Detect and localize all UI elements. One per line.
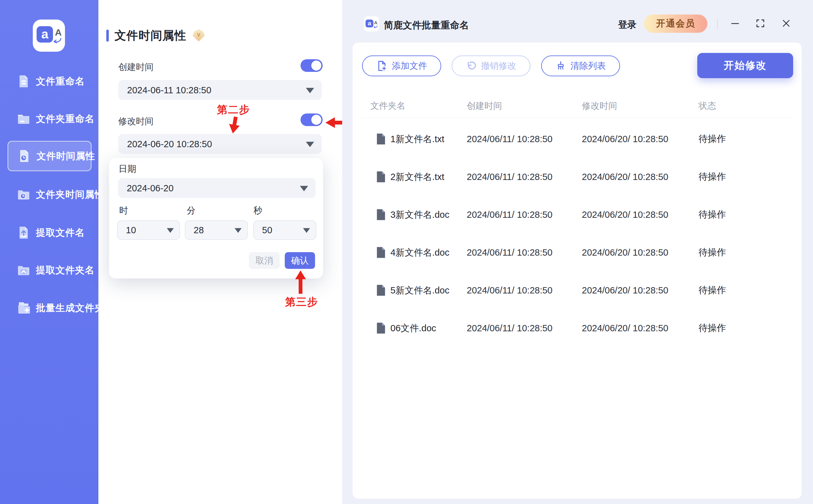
table-row[interactable]: 3新文件名.doc 2024/06/11/ 10:28:50 2024/06/2…	[352, 196, 802, 234]
modified-time: 2024/06/20/ 10:28:50	[582, 323, 668, 333]
second-value: 50	[262, 225, 272, 235]
logo-A-letter: A	[55, 27, 62, 38]
file-list-card: 添加文件 撤销修改 清除列表 开始修改 文件夹名 创建时间 修改时间 状态 1新…	[352, 43, 802, 499]
modified-time-dropdown[interactable]: 2024-06-20 10:28:50	[118, 134, 322, 154]
app-logo: a A	[33, 20, 65, 52]
undo-changes-button[interactable]: 撤销修改	[452, 55, 531, 76]
minute-select[interactable]: 28	[185, 220, 248, 240]
sidebar-item-label: 提取文件名	[36, 226, 85, 239]
sidebar: a A 文件重命名 文件夹重命名 文件时间属性 文件夹时间属性 提取文件名 提取…	[0, 0, 98, 504]
add-files-label: 添加文件	[392, 60, 427, 72]
status-badge: 待操作	[699, 284, 726, 297]
modified-time-value: 2024-06-20 10:28:50	[127, 139, 212, 149]
folder-rename-icon	[16, 112, 31, 126]
sidebar-item-folder-time[interactable]: 文件夹时间属性	[8, 179, 91, 210]
table-row[interactable]: 5新文件名.doc 2024/06/11/ 10:28:50 2024/06/2…	[352, 271, 802, 309]
date-dropdown[interactable]: 2024-06-20	[118, 178, 316, 198]
close-button[interactable]	[781, 18, 792, 29]
main-panel: a A 简鹿文件批量重命名 登录 开通会员 添加文件 撤销修改	[342, 0, 813, 504]
sidebar-item-label: 文件重命名	[36, 75, 85, 88]
logo-swoosh-icon	[373, 25, 378, 29]
add-files-button[interactable]: 添加文件	[362, 55, 441, 76]
minute-value: 28	[194, 225, 204, 235]
svg-text:V: V	[197, 32, 200, 38]
minute-label: 分	[187, 205, 195, 217]
toggle-knob	[311, 61, 321, 71]
created-time: 2024/06/11/ 10:28:50	[467, 247, 553, 258]
minimize-button[interactable]	[729, 18, 741, 29]
date-label: 日期	[119, 163, 136, 175]
sidebar-item-extract-filename[interactable]: 提取文件名	[8, 217, 91, 248]
chevron-down-icon	[167, 228, 174, 233]
file-name: 2新文件名.txt	[390, 171, 450, 182]
modified-time: 2024/06/20/ 10:28:50	[582, 247, 668, 258]
clear-list-button[interactable]: 清除列表	[541, 55, 620, 76]
second-select[interactable]: 50	[253, 220, 316, 240]
start-modify-button[interactable]: 开始修改	[697, 53, 793, 78]
file-name: 3新文件名.doc	[390, 209, 450, 220]
cancel-button[interactable]: 取消	[249, 252, 280, 269]
clear-list-label: 清除列表	[571, 60, 606, 72]
sidebar-item-label: 文件夹重命名	[36, 113, 95, 125]
column-header-name: 文件夹名	[370, 100, 405, 112]
panel-title: 文件时间属性	[114, 28, 186, 43]
vip-badge-icon: V	[192, 29, 205, 42]
modified-time: 2024/06/20/ 10:28:50	[582, 172, 668, 182]
sidebar-item-label: 文件夹时间属性	[36, 188, 104, 201]
app-window: a A 文件重命名 文件夹重命名 文件时间属性 文件夹时间属性 提取文件名 提取…	[0, 0, 813, 504]
toggle-knob	[311, 115, 321, 125]
created-time-toggle[interactable]	[300, 59, 322, 72]
undo-icon	[466, 61, 477, 71]
sidebar-item-file-rename[interactable]: 文件重命名	[8, 66, 91, 96]
file-icon	[376, 285, 385, 296]
created-time: 2024/06/11/ 10:28:50	[467, 210, 553, 220]
header-app-logo: a A	[364, 16, 379, 32]
modified-time-toggle[interactable]	[300, 113, 322, 126]
table-row[interactable]: 06文件.doc 2024/06/11/ 10:28:50 2024/06/20…	[352, 309, 802, 347]
created-time-dropdown[interactable]: 2024-06-11 10:28:50	[118, 80, 322, 100]
datetime-picker-popup: 日期 2024-06-20 时 分 秒 10 28 50 取消 确认	[109, 158, 323, 279]
hour-value: 10	[126, 225, 136, 235]
table-row[interactable]: 4新文件名.doc 2024/06/11/ 10:28:50 2024/06/2…	[352, 234, 802, 271]
created-time-value: 2024-06-11 10:28:50	[127, 85, 211, 95]
logo-swoosh-icon	[52, 38, 62, 44]
file-icon	[376, 323, 385, 334]
maximize-icon	[756, 19, 765, 28]
open-vip-button[interactable]: 开通会员	[644, 14, 707, 33]
status-badge: 待操作	[699, 322, 726, 334]
column-header-modified: 修改时间	[582, 100, 617, 112]
file-rename-icon	[16, 74, 31, 89]
close-icon	[782, 19, 791, 28]
header-divider	[717, 19, 718, 29]
file-icon	[376, 134, 385, 145]
sidebar-item-batch-create-folders[interactable]: 批量生成文件夹	[8, 293, 91, 323]
created-time: 2024/06/11/ 10:28:50	[467, 134, 553, 144]
hour-select[interactable]: 10	[117, 220, 180, 240]
chevron-down-icon	[303, 228, 310, 233]
sidebar-item-folder-rename[interactable]: 文件夹重命名	[8, 104, 91, 134]
table-row[interactable]: 1新文件名.txt 2024/06/11/ 10:28:50 2024/06/2…	[352, 120, 802, 158]
sidebar-item-label: 批量生成文件夹	[36, 302, 104, 315]
login-button[interactable]: 登录	[618, 19, 636, 31]
modified-time: 2024/06/20/ 10:28:50	[582, 285, 668, 296]
file-icon	[376, 247, 385, 258]
sidebar-item-file-time[interactable]: 文件时间属性	[8, 141, 91, 171]
sidebar-item-extract-foldername[interactable]: 提取文件夹名	[8, 255, 91, 285]
file-name: 5新文件名.doc	[390, 285, 450, 296]
status-badge: 待操作	[699, 208, 726, 221]
chevron-down-icon	[306, 142, 314, 147]
created-time: 2024/06/11/ 10:28:50	[467, 285, 553, 296]
logo-a-box: a	[37, 26, 53, 43]
chevron-down-icon	[235, 228, 241, 233]
modified-time: 2024/06/20/ 10:28:50	[582, 210, 668, 220]
chevron-down-icon	[306, 88, 314, 93]
status-badge: 待操作	[699, 133, 726, 145]
status-badge: 待操作	[699, 171, 726, 183]
table-row[interactable]: 2新文件名.txt 2024/06/11/ 10:28:50 2024/06/2…	[352, 158, 802, 196]
clear-broom-icon	[555, 61, 566, 71]
created-time: 2024/06/11/ 10:28:50	[467, 172, 553, 182]
confirm-button[interactable]: 确认	[285, 252, 315, 269]
maximize-button[interactable]	[755, 18, 766, 29]
folder-time-icon	[16, 187, 31, 202]
date-value: 2024-06-20	[127, 183, 173, 193]
